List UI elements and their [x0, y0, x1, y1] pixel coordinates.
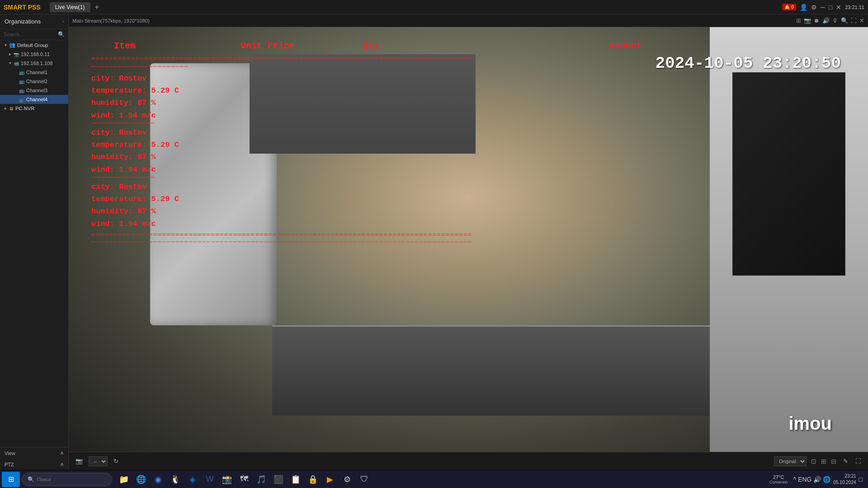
ctrl-right: Original ⊡ ⊞ ⊟ ✎ ⛶ — [774, 456, 863, 466]
mic-icon[interactable]: 🎙 — [832, 17, 838, 24]
terminal-app[interactable]: ⬛ — [270, 472, 287, 487]
sys-tray: ^ ENG 🔊 🌐 — [793, 476, 831, 483]
app-9[interactable]: 🎵 — [253, 472, 269, 487]
device-label: 192.168.0.11 — [21, 52, 50, 57]
taskbar-search-input[interactable] — [37, 477, 100, 482]
ptz-chevron-icon: ∧ — [60, 461, 64, 467]
user-icon[interactable]: 👤 — [800, 4, 807, 11]
audio-icon[interactable]: 🔊 — [822, 17, 830, 24]
quality-select[interactable]: Original — [774, 456, 807, 466]
ptz-label: PTZ — [5, 462, 14, 467]
close-stream-icon[interactable]: ✕ — [859, 17, 864, 24]
channel-icon: 📺 — [19, 97, 24, 102]
main-layout: Organizations › 🔍 ▼ 👥 Default Group ► 📷 … — [0, 14, 868, 470]
tree-device-2[interactable]: ▼ 📹 192.168.1.108 — [0, 59, 68, 68]
view-section[interactable]: View ∧ — [0, 447, 68, 459]
taskbar-clock: 23:21 05.10.2024 — [833, 473, 856, 486]
camera-app[interactable]: 📸 — [219, 472, 235, 487]
taskbar-right: 27°C Солнечно ^ ENG 🔊 🌐 23:21 05.10.2024… — [769, 473, 866, 486]
device-icon: 📷 — [14, 52, 19, 57]
settings-icon[interactable]: ⚙ — [811, 4, 817, 11]
expand-icon: ▼ — [4, 43, 7, 47]
search-icon: 🔍 — [58, 31, 65, 38]
settings-app[interactable]: ⚙ — [339, 472, 355, 487]
maximize-icon[interactable]: □ — [829, 4, 832, 11]
nvr-label: PC-NVR — [15, 106, 34, 111]
live-view-tab[interactable]: Live View(1) — [50, 2, 90, 12]
tree-group-nvr[interactable]: ► 🖥 PC-NVR — [0, 104, 68, 113]
video-toolbar-icons: ⊞ 📷 ⏺ 🔊 🎙 🔍 ⛶ ✕ — [796, 17, 864, 24]
group-label: Default Group — [17, 42, 48, 48]
tree-channel-4[interactable]: 📺 Channel4 — [0, 95, 68, 104]
video-controls: 📷 -- ↻ Original ⊡ ⊞ ⊟ ✎ ⛶ — [69, 452, 868, 470]
ptz-section[interactable]: PTZ ∧ — [0, 459, 68, 470]
channel-label: Channel1 — [26, 70, 47, 75]
counter-element — [272, 325, 710, 416]
device-icon: 📹 — [14, 61, 19, 66]
search-input[interactable] — [4, 32, 56, 37]
channel-label: Channel3 — [26, 88, 47, 93]
video-frame[interactable]: Item Unit Price Qty Amount ═════════════… — [69, 27, 868, 452]
tree-channel-1[interactable]: 📺 Channel1 — [0, 68, 68, 77]
stream-select[interactable]: -- — [89, 456, 108, 466]
edit-ctrl-icon[interactable]: ✎ — [841, 456, 850, 466]
refresh-ctrl-icon[interactable]: ↻ — [111, 456, 121, 466]
close-icon[interactable]: ✕ — [836, 4, 841, 11]
edge-app[interactable]: 🌐 — [133, 472, 149, 487]
fullscreen-icon[interactable]: ⛶ — [851, 17, 857, 24]
add-tab-button[interactable]: + — [92, 3, 102, 11]
group-icon: 👥 — [9, 42, 15, 48]
view-label: View — [5, 450, 15, 456]
logo-pss: PSS — [28, 4, 41, 11]
security-app[interactable]: 🛡 — [356, 472, 373, 487]
zoom-icon[interactable]: 🔍 — [841, 17, 848, 24]
app-11[interactable]: 📋 — [288, 472, 304, 487]
lang-icon[interactable]: ENG — [798, 476, 811, 483]
expand-icon: ► — [4, 106, 7, 111]
grid-4x4-icon[interactable]: ⊟ — [829, 457, 838, 466]
fullscreen-ctrl-icon[interactable]: ⛶ — [853, 456, 863, 466]
file-explorer-app[interactable]: 📁 — [116, 472, 132, 487]
titlebar-time: 23:21:11 — [845, 5, 864, 10]
volume-icon[interactable]: 🔊 — [813, 476, 821, 483]
sidebar-header: Organizations › — [0, 14, 68, 29]
expand-icon: ▼ — [8, 61, 12, 66]
grid-1x1-icon[interactable]: ⊡ — [809, 457, 818, 466]
channel-icon: 📺 — [19, 88, 24, 93]
chrome-app[interactable]: ◉ — [150, 472, 166, 487]
start-button[interactable]: ⊞ — [2, 472, 20, 487]
snapshot-ctrl-icon[interactable]: 📷 — [73, 456, 85, 466]
show-desktop-icon[interactable]: □ — [859, 476, 863, 483]
organizations-label: Organizations — [5, 18, 41, 25]
tree-channel-3[interactable]: 📺 Channel3 — [0, 86, 68, 95]
vscode-app[interactable]: ◈ — [184, 472, 201, 487]
smartpss-app[interactable]: ▶ — [322, 472, 338, 487]
video-area: Main Stream(757kbps, 868*488) ⊞ 📷 ⏺ 🔊 … — [69, 14, 868, 470]
tree-device-1[interactable]: ► 📷 192.168.0.11 — [0, 50, 68, 59]
layout-icon[interactable]: ⊞ — [796, 17, 801, 24]
app-4[interactable]: 🐧 — [167, 472, 184, 487]
record-icon[interactable]: ⏺ — [814, 17, 820, 24]
tree-channel-2[interactable]: 📺 Channel2 — [0, 77, 68, 86]
sidebar-collapse-icon[interactable]: › — [62, 19, 64, 24]
appliance-element — [732, 72, 845, 276]
search-box: 🔍 — [0, 29, 68, 40]
grid-2x2-icon[interactable]: ⊞ — [819, 457, 828, 466]
weather-condition: Солнечно — [769, 480, 788, 484]
grid-buttons: ⊡ ⊞ ⊟ — [809, 457, 838, 466]
maps-app[interactable]: 🗺 — [236, 472, 252, 487]
weather-temp: 27°C — [773, 474, 784, 480]
logo-smart: SMART — [4, 4, 26, 11]
notification-badge[interactable]: 🔔 0 — [782, 4, 796, 10]
taskbar-search: 🔍 — [22, 473, 112, 486]
taskbar-apps: 📁 🌐 ◉ 🐧 ◈ W 📸 🗺 🎵 ⬛ 📋 🔒 ▶ ⚙ 🛡 — [116, 472, 373, 487]
view-chevron-icon: ∧ — [60, 450, 64, 456]
tree-group-default[interactable]: ▼ 👥 Default Group — [0, 40, 68, 50]
chevron-up-icon[interactable]: ^ — [793, 476, 797, 483]
channel-label: Channel2 — [26, 79, 47, 84]
minimize-icon[interactable]: ─ — [821, 4, 825, 11]
snapshot-icon[interactable]: 📷 — [804, 17, 811, 24]
network-icon[interactable]: 🌐 — [823, 476, 830, 483]
app-12[interactable]: 🔒 — [305, 472, 321, 487]
word-app[interactable]: W — [202, 472, 218, 487]
